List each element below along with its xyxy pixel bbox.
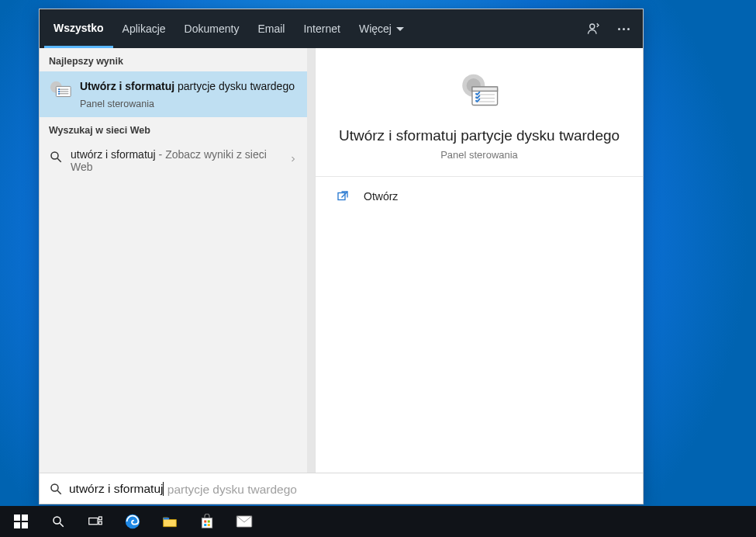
search-icon <box>51 514 65 528</box>
tab-more[interactable]: Więcej <box>350 9 413 48</box>
best-result-title-bold: Utwórz i sformatuj <box>80 80 174 92</box>
svg-line-21 <box>57 490 61 494</box>
people-button[interactable] <box>579 9 609 48</box>
disk-management-icon <box>49 79 72 102</box>
ellipsis-icon <box>618 28 630 30</box>
web-result-item[interactable]: utwórz i sformatuj - Zobacz wyniki z sie… <box>40 140 307 181</box>
start-button[interactable] <box>3 506 39 537</box>
best-result-text: Utwórz i sformatuj partycje dysku twarde… <box>80 79 295 109</box>
svg-point-0 <box>590 24 595 29</box>
svg-rect-29 <box>202 518 212 528</box>
svg-point-22 <box>54 517 60 524</box>
svg-line-10 <box>57 158 61 162</box>
svg-rect-26 <box>99 521 102 525</box>
svg-rect-30 <box>204 521 206 523</box>
section-best-match: Najlepszy wynik <box>40 48 307 71</box>
svg-rect-14 <box>472 87 498 91</box>
best-result-item[interactable]: Utwórz i sformatuj partycje dysku twarde… <box>40 71 307 117</box>
folder-icon <box>162 514 178 528</box>
svg-rect-31 <box>208 521 210 523</box>
svg-rect-6 <box>58 88 60 90</box>
taskbar-store[interactable] <box>189 506 225 537</box>
preview-title: Utwórz i sformatuj partycje dysku twarde… <box>331 127 627 144</box>
search-input[interactable] <box>69 482 633 496</box>
windows-icon <box>14 514 28 528</box>
search-icon <box>49 150 63 164</box>
best-result-title-rest: partycje dysku twardego <box>174 80 295 92</box>
tabs-right <box>579 9 638 48</box>
taskbar-search-button[interactable] <box>40 506 76 537</box>
taskbar-edge[interactable] <box>115 506 150 537</box>
taskbar <box>0 506 756 537</box>
tab-email[interactable]: Email <box>248 9 294 48</box>
mail-icon <box>236 515 253 528</box>
taskbar-mail[interactable] <box>226 506 262 537</box>
search-flyout: Wszystko Aplikacje Dokumenty Email Inter… <box>39 9 644 504</box>
svg-rect-7 <box>58 91 60 92</box>
task-view-icon <box>88 516 102 527</box>
preview-pane: Utwórz i sformatuj partycje dysku twarde… <box>315 48 643 473</box>
people-icon <box>587 22 601 36</box>
svg-point-9 <box>51 152 58 159</box>
svg-rect-33 <box>208 524 210 526</box>
action-open[interactable]: Otwórz <box>316 177 643 216</box>
search-bar: utwórz i sformatuj partycje dysku twarde… <box>40 473 643 504</box>
tab-all[interactable]: Wszystko <box>44 9 113 48</box>
svg-rect-24 <box>89 518 98 525</box>
search-icon <box>49 482 63 496</box>
tab-apps[interactable]: Aplikacje <box>113 9 175 48</box>
web-result-dash: - <box>156 148 165 161</box>
action-open-label: Otwórz <box>364 190 398 203</box>
preview-category: Panel sterowania <box>331 149 627 161</box>
disk-management-icon-large <box>457 71 502 116</box>
search-body: Najlepszy wynik <box>40 48 643 473</box>
svg-rect-8 <box>58 93 60 95</box>
search-tabs: Wszystko Aplikacje Dokumenty Email Inter… <box>40 9 643 48</box>
tab-more-label: Więcej <box>359 23 392 35</box>
section-web-search: Wyszukaj w sieci Web <box>40 117 307 140</box>
chevron-down-icon <box>396 27 404 31</box>
preview-header: Utwórz i sformatuj partycje dysku twarde… <box>316 48 643 177</box>
web-result-query: utwórz i sformatuj <box>71 148 156 161</box>
svg-line-23 <box>60 523 64 527</box>
svg-point-20 <box>51 484 58 491</box>
chevron-right-icon <box>288 153 298 162</box>
svg-rect-32 <box>204 524 206 526</box>
svg-rect-28 <box>164 518 170 520</box>
tab-documents[interactable]: Dokumenty <box>175 9 249 48</box>
svg-rect-18 <box>338 193 345 200</box>
web-result-text: utwórz i sformatuj - Zobacz wyniki z sie… <box>71 148 281 173</box>
taskbar-file-explorer[interactable] <box>152 506 188 537</box>
store-icon <box>200 514 214 529</box>
search-input-wrap[interactable]: utwórz i sformatuj partycje dysku twarde… <box>69 482 633 496</box>
edge-icon <box>124 513 141 530</box>
task-view-button[interactable] <box>78 506 113 537</box>
results-column: Najlepszy wynik <box>40 48 307 473</box>
more-options-button[interactable] <box>609 9 638 48</box>
svg-rect-25 <box>99 517 102 520</box>
best-result-category: Panel sterowania <box>80 99 295 109</box>
tabs-left: Wszystko Aplikacje Dokumenty Email Inter… <box>44 9 413 48</box>
tab-internet[interactable]: Internet <box>294 9 349 48</box>
open-icon <box>336 189 350 203</box>
